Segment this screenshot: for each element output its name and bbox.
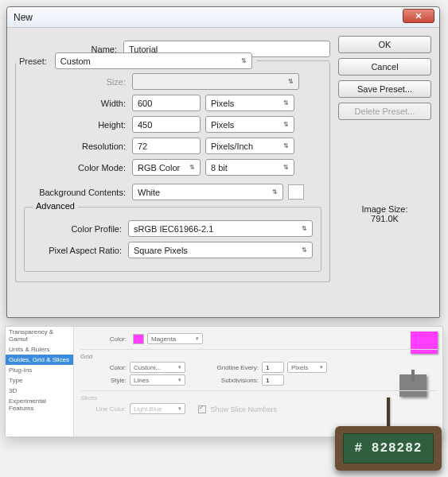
ok-button[interactable]: OK [338,36,431,53]
resolution-input[interactable] [132,138,201,154]
width-label: Width: [24,99,132,108]
prefs-sidebar-item[interactable]: Units & Rulers [6,344,73,355]
prefs-panel: Transparency & Gamut Units & Rulers Guid… [5,326,443,437]
chevron-down-icon: ▾ [178,364,181,370]
color-mode-label: Color Mode: [24,163,132,173]
prefs-sidebar-item[interactable]: Experimental Features [6,396,73,413]
image-size-label: Image Size: [338,204,431,214]
show-slice-numbers-option: Show Slice Numbers [198,404,277,413]
close-icon [415,13,422,19]
chevron-updown-icon: ⇅ [189,164,195,171]
chevron-down-icon: ▾ [196,335,199,342]
save-preset-button[interactable]: Save Preset... [338,80,431,98]
grid-color-select[interactable]: Custom...▾ [130,362,185,373]
chevron-updown-icon: ⇅ [302,225,307,232]
bg-contents-select[interactable]: White⇅ [132,184,283,200]
delete-preset-button: Delete Preset... [338,103,431,120]
width-unit-select[interactable]: Pixels⇅ [205,95,294,111]
new-dialog: New Name: Preset: Custom⇅ Size: [6,6,440,318]
callout-pointer [387,398,390,428]
chevron-updown-icon: ⇅ [283,142,289,149]
size-label: Size: [24,77,132,87]
checkbox-icon [198,405,206,413]
gridline-unit-select[interactable]: Pixels▾ [287,362,327,373]
chevron-updown-icon: ⇅ [241,57,247,64]
chevron-down-icon: ▾ [320,364,323,370]
grid-header: Grid [80,349,438,360]
slices-header: Slices [80,390,438,401]
close-button[interactable] [403,9,434,23]
grid-style-select[interactable]: Lines▾ [130,374,185,386]
image-size-block: Image Size: 791.0K [338,204,431,223]
cancel-button[interactable]: Cancel [338,58,431,76]
color-profile-select[interactable]: sRGB IEC61966-2.1⇅ [128,220,313,237]
chevron-down-icon: ▾ [178,405,181,412]
prefs-sidebar-item[interactable]: Plug-Ins [6,365,73,375]
color-depth-select[interactable]: 8 bit⇅ [205,159,294,176]
pixel-aspect-label: Pixel Aspect Ratio: [33,246,128,255]
size-select: ⇅ [132,73,299,90]
line-color-label: Line Color: [80,405,130,413]
color-hex-value: # 828282 [343,433,434,463]
prefs-sidebar-item-selected[interactable]: Guides, Grid & Slices [6,355,73,365]
color-callout: # 828282 [335,426,442,471]
slice-line-color-select: Light Blue▾ [130,403,185,414]
prefs-sidebar: Transparency & Gamut Units & Rulers Guid… [6,327,74,436]
advanced-legend: Advanced [33,201,78,211]
color-mode-select[interactable]: RGB Color⇅ [132,159,201,176]
height-input[interactable] [132,116,201,133]
bg-contents-label: Background Contents: [24,188,132,197]
subdivisions-label: Subdivisions: [185,377,262,384]
resolution-label: Resolution: [24,142,132,151]
pixel-aspect-select[interactable]: Square Pixels⇅ [128,242,313,258]
height-unit-select[interactable]: Pixels⇅ [205,116,294,133]
advanced-group: Advanced Color Profile: sRGB IEC61966-2.… [24,207,321,272]
subdivisions-input[interactable] [262,374,284,386]
chevron-down-icon: ▾ [178,377,181,383]
prefs-sidebar-item[interactable]: 3D [6,386,73,396]
prefs-sidebar-item[interactable]: Type [6,375,73,386]
guide-color-label: Color: [80,335,130,343]
dialog-title: New [14,12,33,23]
gridline-every-label: Gridline Every: [185,364,262,371]
chevron-updown-icon: ⇅ [302,246,307,254]
resolution-unit-select[interactable]: Pixels/Inch⇅ [205,138,294,154]
guide-color-select[interactable]: Magenta▾ [147,333,203,344]
chevron-updown-icon: ⇅ [283,99,289,107]
height-label: Height: [24,120,132,130]
image-size-value: 791.0K [338,214,431,223]
width-input[interactable] [132,95,201,111]
color-profile-label: Color Profile: [33,224,128,234]
preset-label: Preset: [16,56,50,66]
gridline-every-input[interactable] [262,362,284,373]
preset-select[interactable]: Custom⇅ [55,52,252,69]
prefs-sidebar-item[interactable]: Transparency & Gamut [6,327,73,344]
chevron-updown-icon: ⇅ [283,164,289,171]
grid-color-label: Color: [80,364,130,371]
magenta-swatch-icon [133,334,144,344]
title-bar: New [7,7,439,28]
chevron-updown-icon: ⇅ [288,78,294,85]
bg-color-swatch[interactable] [288,184,304,200]
chevron-updown-icon: ⇅ [272,188,278,196]
grid-style-label: Style: [80,377,130,384]
chevron-updown-icon: ⇅ [283,121,289,128]
